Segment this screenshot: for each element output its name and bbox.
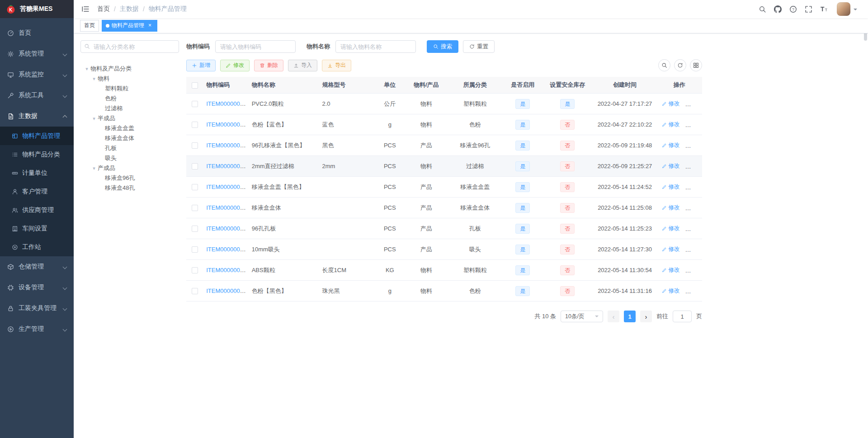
tree-node[interactable]: 吸头	[80, 153, 179, 163]
caret-down-icon[interactable]: ▾	[83, 66, 90, 72]
sidebar-subitem[interactable]: 物料产品管理	[0, 127, 74, 145]
sidebar-subitem[interactable]: 车间设置	[0, 219, 74, 238]
view-tab[interactable]: 物料产品管理 ×	[102, 20, 157, 32]
table-row[interactable]: ITEM00000054 10mm吸头 PCS 产品 吸头 是 否 2022-0…	[186, 239, 702, 260]
table-row[interactable]: ITEM00000046 96孔移液盒【黑色】 黑色 PCS 产品 移液盒96孔…	[186, 135, 702, 156]
row-checkbox[interactable]	[192, 163, 198, 170]
table-row[interactable]: ITEM00000049 2mm直径过滤棉 2mm PCS 物料 过滤棉 是 否…	[186, 156, 702, 177]
filter-field-input[interactable]	[335, 40, 416, 53]
caret-down-icon[interactable]: ▾	[90, 116, 98, 122]
tree-node[interactable]: 过滤棉	[80, 104, 179, 113]
avatar[interactable]	[837, 2, 850, 16]
sidebar-item[interactable]: 系统管理	[0, 43, 74, 64]
fullscreen-icon[interactable]	[801, 0, 816, 18]
material-code-link[interactable]: ITEM00000046	[206, 142, 246, 149]
material-code-link[interactable]: ITEM00000049	[206, 163, 246, 170]
row-edit-link[interactable]: 修改	[662, 245, 679, 253]
tree-node[interactable]: 塑料颗粒	[80, 84, 179, 94]
refresh-table-button[interactable]	[674, 59, 686, 71]
caret-down-icon[interactable]: ▾	[90, 76, 98, 82]
material-code-link[interactable]: ITEM00000052	[206, 204, 246, 211]
tree-node[interactable]: 移液盒盒盖	[80, 123, 179, 133]
row-edit-link[interactable]: 修改	[662, 287, 679, 295]
tree-node[interactable]: 孔板	[80, 143, 179, 153]
table-row[interactable]: ITEM00000055 ABS颗粒 长度1CM KG 物料 塑料颗粒 是 否 …	[186, 260, 702, 281]
tree-node[interactable]: 移液盒盒体	[80, 133, 179, 143]
row-checkbox[interactable]	[192, 101, 198, 107]
tab-close-icon[interactable]: ×	[146, 22, 153, 29]
export-button[interactable]: 导出	[322, 60, 351, 71]
user-menu[interactable]	[831, 2, 862, 16]
sidebar-item[interactable]: 设备管理	[0, 277, 74, 298]
table-row[interactable]: ITEM00000053 96孔孔板 PCS 产品 孔板 是 否 2022-05…	[186, 218, 702, 239]
tree-node[interactable]: ▾物料及产品分类	[80, 64, 179, 74]
material-code-link[interactable]: ITEM00000037	[206, 100, 246, 107]
row-checkbox[interactable]	[192, 226, 198, 232]
category-search-input[interactable]	[80, 40, 179, 53]
hamburger-icon[interactable]	[80, 4, 91, 14]
sidebar-item[interactable]: 系统监控	[0, 64, 74, 85]
sidebar-subitem[interactable]: 供应商管理	[0, 201, 74, 219]
search-button[interactable]: 搜索	[427, 40, 458, 53]
row-checkbox[interactable]	[192, 267, 198, 273]
sidebar-item[interactable]: 生产管理	[0, 319, 74, 339]
help-icon[interactable]: ?	[785, 0, 801, 18]
row-edit-link[interactable]: 修改	[662, 225, 679, 232]
delete-button[interactable]: 删除	[254, 60, 283, 71]
tree-node[interactable]: ▾半成品	[80, 113, 179, 123]
breadcrumb-item[interactable]: 主数据	[120, 5, 139, 13]
row-checkbox[interactable]	[192, 246, 198, 253]
table-row[interactable]: ITEM00000052 移液盒盒体 PCS 产品 移液盒盒体 是 否 2022…	[186, 198, 702, 218]
material-code-link[interactable]: ITEM00000053	[206, 225, 246, 232]
material-code-link[interactable]: ITEM00000041	[206, 121, 246, 128]
sidebar-item[interactable]: 工装夹具管理	[0, 298, 74, 319]
current-page-button[interactable]: 1	[624, 311, 636, 322]
tree-node[interactable]: 移液盒96孔	[80, 173, 179, 183]
next-page-button[interactable]: ›	[640, 311, 652, 322]
row-edit-link[interactable]: 修改	[662, 141, 679, 149]
edit-button[interactable]: 修改	[220, 60, 250, 71]
breadcrumb-item[interactable]: 物料产品管理	[149, 5, 187, 13]
row-edit-link[interactable]: 修改	[662, 100, 679, 108]
table-row[interactable]: ITEM00000056 色粉【黑色】 珠光黑 g 物料 色粉 是 否 2022…	[186, 281, 702, 301]
sidebar-subitem[interactable]: 计量单位	[0, 164, 74, 182]
row-checkbox[interactable]	[192, 205, 198, 211]
font-size-icon[interactable]: TT	[816, 0, 831, 18]
tree-node[interactable]: ▾产成品	[80, 163, 179, 173]
row-checkbox[interactable]	[192, 184, 198, 190]
page-size-select[interactable]: 10条/页	[561, 311, 603, 322]
material-code-link[interactable]: ITEM00000055	[206, 267, 246, 273]
add-button[interactable]: 新增	[186, 60, 216, 71]
sidebar-item[interactable]: 仓储管理	[0, 256, 74, 277]
sidebar-subitem[interactable]: 物料产品分类	[0, 145, 74, 164]
sidebar-subitem[interactable]: 工作站	[0, 238, 74, 256]
row-checkbox[interactable]	[192, 288, 198, 294]
goto-page-input[interactable]	[673, 311, 692, 322]
tree-node[interactable]: 移液盒48孔	[80, 183, 179, 193]
table-row[interactable]: ITEM00000037 PVC2.0颗粒 2.0 公斤 物料 塑料颗粒 是 是…	[186, 94, 702, 114]
sidebar-item[interactable]: 首页	[0, 23, 74, 43]
column-settings-button[interactable]	[690, 59, 702, 71]
breadcrumb-item[interactable]: 首页	[97, 5, 110, 13]
row-edit-link[interactable]: 修改	[662, 266, 679, 274]
sidebar-item[interactable]: 主数据	[0, 106, 74, 127]
row-edit-link[interactable]: 修改	[662, 183, 679, 191]
reset-button[interactable]: 重置	[463, 40, 495, 53]
table-row[interactable]: ITEM00000051 移液盒盒盖【黑色】 PCS 产品 移液盒盒盖 是 否 …	[186, 177, 702, 198]
sidebar-subitem[interactable]: 客户管理	[0, 182, 74, 201]
sidebar-item[interactable]: 系统工具	[0, 85, 74, 106]
row-checkbox[interactable]	[192, 122, 198, 128]
row-edit-link[interactable]: 修改	[662, 162, 679, 170]
search-icon[interactable]	[755, 0, 770, 18]
row-edit-link[interactable]: 修改	[662, 204, 679, 212]
material-code-link[interactable]: ITEM00000051	[206, 184, 246, 190]
filter-field-input[interactable]	[215, 40, 296, 53]
row-checkbox[interactable]	[192, 142, 198, 149]
prev-page-button[interactable]: ‹	[608, 311, 619, 322]
material-code-link[interactable]: ITEM00000056	[206, 287, 246, 294]
material-code-link[interactable]: ITEM00000054	[206, 246, 246, 253]
toggle-search-button[interactable]	[658, 59, 670, 71]
select-all-checkbox[interactable]	[192, 82, 198, 89]
github-icon[interactable]	[770, 0, 785, 18]
view-tab[interactable]: 首页	[80, 20, 99, 32]
